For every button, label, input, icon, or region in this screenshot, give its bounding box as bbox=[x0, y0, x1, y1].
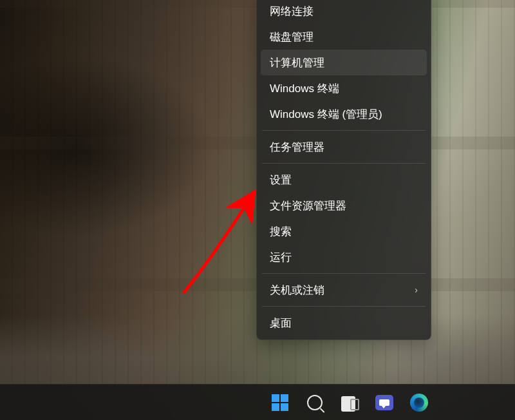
menu-item-label: Windows 终端 (管理员) bbox=[270, 107, 382, 122]
menu-item-label: 任务管理器 bbox=[270, 140, 324, 155]
menu-item-label: 设置 bbox=[270, 173, 292, 187]
search-icon bbox=[307, 395, 323, 410]
taskbar bbox=[0, 384, 515, 420]
menu-item-2[interactable]: 计算机管理 bbox=[261, 50, 427, 75]
menu-item-label: Windows 终端 bbox=[270, 81, 339, 96]
menu-item-3[interactable]: Windows 终端 bbox=[261, 75, 427, 101]
menu-item-label: 磁盘管理 bbox=[270, 30, 314, 44]
menu-item-label: 桌面 bbox=[270, 316, 292, 330]
menu-item-10[interactable]: 关机或注销› bbox=[261, 277, 427, 303]
menu-item-label: 搜索 bbox=[270, 224, 292, 239]
menu-separator bbox=[262, 273, 426, 274]
menu-item-8[interactable]: 搜索 bbox=[261, 218, 427, 244]
menu-item-label: 网络连接 bbox=[270, 4, 314, 19]
menu-item-1[interactable]: 磁盘管理 bbox=[261, 24, 427, 50]
menu-item-label: 文件资源管理器 bbox=[270, 198, 346, 213]
winx-context-menu: 网络连接磁盘管理计算机管理Windows 终端Windows 终端 (管理员)任… bbox=[256, 0, 431, 340]
menu-separator bbox=[262, 163, 426, 164]
search-button[interactable] bbox=[298, 388, 332, 417]
menu-item-9[interactable]: 运行 bbox=[261, 244, 427, 270]
task-view-button[interactable] bbox=[333, 388, 366, 417]
menu-item-4[interactable]: Windows 终端 (管理员) bbox=[261, 101, 427, 127]
chat-icon bbox=[375, 395, 393, 410]
task-view-icon bbox=[341, 396, 358, 409]
menu-item-7[interactable]: 文件资源管理器 bbox=[261, 193, 427, 218]
menu-item-0[interactable]: 网络连接 bbox=[261, 0, 427, 24]
menu-item-label: 计算机管理 bbox=[270, 55, 324, 70]
menu-separator bbox=[262, 130, 426, 131]
menu-item-11[interactable]: 桌面 bbox=[261, 310, 427, 336]
edge-button[interactable] bbox=[402, 388, 436, 417]
start-button[interactable] bbox=[263, 388, 297, 417]
menu-item-label: 运行 bbox=[270, 250, 292, 265]
menu-item-6[interactable]: 设置 bbox=[261, 167, 427, 193]
chat-button[interactable] bbox=[368, 388, 401, 417]
chevron-right-icon: › bbox=[415, 285, 418, 295]
menu-item-5[interactable]: 任务管理器 bbox=[261, 134, 427, 160]
menu-separator bbox=[262, 306, 426, 307]
windows-logo-icon bbox=[272, 394, 288, 411]
menu-item-label: 关机或注销 bbox=[270, 283, 324, 298]
edge-icon bbox=[410, 394, 428, 412]
